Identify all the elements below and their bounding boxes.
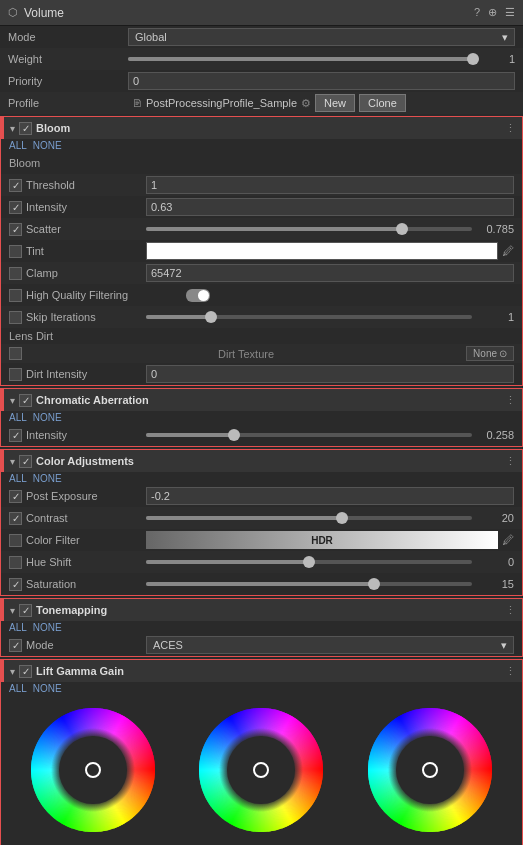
bloom-none-link[interactable]: NONE bbox=[33, 140, 62, 151]
saturation-checkbox[interactable] bbox=[9, 578, 22, 591]
color-filter-eyedropper-icon[interactable]: 🖉 bbox=[502, 533, 514, 547]
high-quality-toggle[interactable] bbox=[186, 289, 514, 302]
ca-all-link[interactable]: ALL bbox=[9, 412, 27, 423]
bloom-all-link[interactable]: ALL bbox=[9, 140, 27, 151]
intensity-checkbox[interactable] bbox=[9, 201, 22, 214]
lgg-header[interactable]: ▾ Lift Gamma Gain ⋮ bbox=[1, 660, 522, 682]
post-exposure-checkbox[interactable] bbox=[9, 490, 22, 503]
ca-intensity-slider[interactable]: 0.258 bbox=[146, 429, 514, 441]
weight-row: Weight 1 bbox=[0, 48, 523, 70]
profile-settings-icon[interactable]: ⚙ bbox=[301, 97, 311, 110]
hue-shift-checkbox[interactable] bbox=[9, 556, 22, 569]
lgg-enable-checkbox[interactable] bbox=[19, 665, 32, 678]
contrast-checkbox[interactable] bbox=[9, 512, 22, 525]
tonemapping-header[interactable]: ▾ Tonemapping ⋮ bbox=[1, 599, 522, 621]
tm-more-icon[interactable]: ⋮ bbox=[505, 604, 516, 617]
dirt-intensity-row: Dirt Intensity bbox=[1, 363, 522, 385]
clone-button[interactable]: Clone bbox=[359, 94, 406, 112]
priority-label: Priority bbox=[8, 75, 128, 87]
skip-iter-slider[interactable]: 1 bbox=[146, 311, 514, 323]
tm-mode-dropdown[interactable]: ACES ▾ bbox=[146, 636, 514, 654]
ca-title: Chromatic Aberration bbox=[36, 394, 149, 406]
lgg-more-icon[interactable]: ⋮ bbox=[505, 665, 516, 678]
title-bar: ⬡ Volume ? ⊕ ☰ bbox=[0, 0, 523, 26]
threshold-checkbox[interactable] bbox=[9, 179, 22, 192]
tm-mode-checkbox[interactable] bbox=[9, 639, 22, 652]
ca2-none-link[interactable]: NONE bbox=[33, 473, 62, 484]
clamp-label: Clamp bbox=[26, 267, 146, 279]
contrast-slider[interactable]: 20 bbox=[146, 512, 514, 524]
dirt-texture-row: Dirt Texture None ⊙ bbox=[1, 344, 522, 363]
ca-enable-checkbox[interactable] bbox=[19, 394, 32, 407]
dirt-texture-checkbox[interactable] bbox=[9, 347, 22, 360]
profile-row: Profile 🖹 PostProcessingProfile_Sample ⚙… bbox=[0, 92, 523, 114]
threshold-input[interactable] bbox=[146, 176, 514, 194]
tm-all-link[interactable]: ALL bbox=[9, 622, 27, 633]
ca2-fold-icon: ▾ bbox=[10, 456, 15, 467]
tint-checkbox[interactable] bbox=[9, 245, 22, 258]
scatter-checkbox[interactable] bbox=[9, 223, 22, 236]
gamma-wheel[interactable] bbox=[196, 705, 326, 835]
help-icon[interactable]: ? bbox=[474, 6, 480, 19]
lift-wheel[interactable] bbox=[28, 705, 158, 835]
dirt-texture-none-btn[interactable]: None ⊙ bbox=[466, 346, 514, 361]
scatter-slider[interactable]: 0.785 bbox=[146, 223, 514, 235]
ca-intensity-label: Intensity bbox=[26, 429, 146, 441]
color-adjustments-header[interactable]: ▾ Color Adjustments ⋮ bbox=[1, 450, 522, 472]
skip-iter-label: Skip Iterations bbox=[26, 311, 146, 323]
post-exposure-input[interactable] bbox=[146, 487, 514, 505]
dirt-intensity-checkbox[interactable] bbox=[9, 368, 22, 381]
dirt-intensity-label: Dirt Intensity bbox=[26, 368, 146, 380]
tint-eyedropper-icon[interactable]: 🖉 bbox=[502, 244, 514, 258]
lgg-none-link[interactable]: NONE bbox=[33, 683, 62, 694]
ca2-title: Color Adjustments bbox=[36, 455, 134, 467]
color-filter-checkbox[interactable] bbox=[9, 534, 22, 547]
clamp-row: Clamp bbox=[1, 262, 522, 284]
tint-color[interactable]: 🖉 bbox=[146, 242, 514, 260]
ca2-enable-checkbox[interactable] bbox=[19, 455, 32, 468]
intensity-input[interactable] bbox=[146, 198, 514, 216]
ca-intensity-checkbox[interactable] bbox=[9, 429, 22, 442]
clamp-input[interactable] bbox=[146, 264, 514, 282]
tonemapping-section: ▾ Tonemapping ⋮ ALL NONE Mode ACES ▾ bbox=[0, 598, 523, 657]
color-adjustments-section: ▾ Color Adjustments ⋮ ALL NONE Post Expo… bbox=[0, 449, 523, 596]
hue-shift-slider[interactable]: 0 bbox=[146, 556, 514, 568]
tm-enable-checkbox[interactable] bbox=[19, 604, 32, 617]
high-quality-checkbox[interactable] bbox=[9, 289, 22, 302]
dirt-intensity-input[interactable] bbox=[146, 365, 514, 383]
lgg-all-link[interactable]: ALL bbox=[9, 683, 27, 694]
ca2-all-none: ALL NONE bbox=[1, 472, 522, 485]
color-filter-control[interactable]: HDR 🖉 bbox=[146, 531, 514, 549]
ca-more-icon[interactable]: ⋮ bbox=[505, 394, 516, 407]
color-filter-bar[interactable]: HDR bbox=[146, 531, 498, 549]
ca2-more-icon[interactable]: ⋮ bbox=[505, 455, 516, 468]
bloom-section: ▾ Bloom ⋮ ALL NONE Bloom Threshold Inten… bbox=[0, 116, 523, 386]
color-filter-row: Color Filter HDR 🖉 bbox=[1, 529, 522, 551]
priority-input[interactable] bbox=[128, 72, 515, 90]
tm-none-link[interactable]: NONE bbox=[33, 622, 62, 633]
menu-icon[interactable]: ☰ bbox=[505, 6, 515, 19]
hue-shift-label: Hue Shift bbox=[26, 556, 146, 568]
mode-dropdown[interactable]: Global ▾ bbox=[128, 28, 515, 46]
profile-controls: 🖹 PostProcessingProfile_Sample ⚙ New Clo… bbox=[132, 94, 515, 112]
bloom-header[interactable]: ▾ Bloom ⋮ bbox=[1, 117, 522, 139]
title-actions[interactable]: ? ⊕ ☰ bbox=[474, 6, 515, 19]
weight-slider[interactable]: 1 bbox=[128, 53, 515, 65]
tm-title: Tonemapping bbox=[36, 604, 107, 616]
lens-dirt-label: Lens Dirt bbox=[1, 328, 522, 344]
bloom-more-icon[interactable]: ⋮ bbox=[505, 122, 516, 135]
saturation-row: Saturation 15 bbox=[1, 573, 522, 595]
pin-icon[interactable]: ⊕ bbox=[488, 6, 497, 19]
skip-iter-checkbox[interactable] bbox=[9, 311, 22, 324]
scatter-row: Scatter 0.785 bbox=[1, 218, 522, 240]
gain-wheel[interactable] bbox=[365, 705, 495, 835]
saturation-slider[interactable]: 15 bbox=[146, 578, 514, 590]
contrast-row: Contrast 20 bbox=[1, 507, 522, 529]
new-button[interactable]: New bbox=[315, 94, 355, 112]
bloom-enable-checkbox[interactable] bbox=[19, 122, 32, 135]
lgg-all-none: ALL NONE bbox=[1, 682, 522, 695]
ca-none-link[interactable]: NONE bbox=[33, 412, 62, 423]
ca2-all-link[interactable]: ALL bbox=[9, 473, 27, 484]
chromatic-aberration-header[interactable]: ▾ Chromatic Aberration ⋮ bbox=[1, 389, 522, 411]
clamp-checkbox[interactable] bbox=[9, 267, 22, 280]
